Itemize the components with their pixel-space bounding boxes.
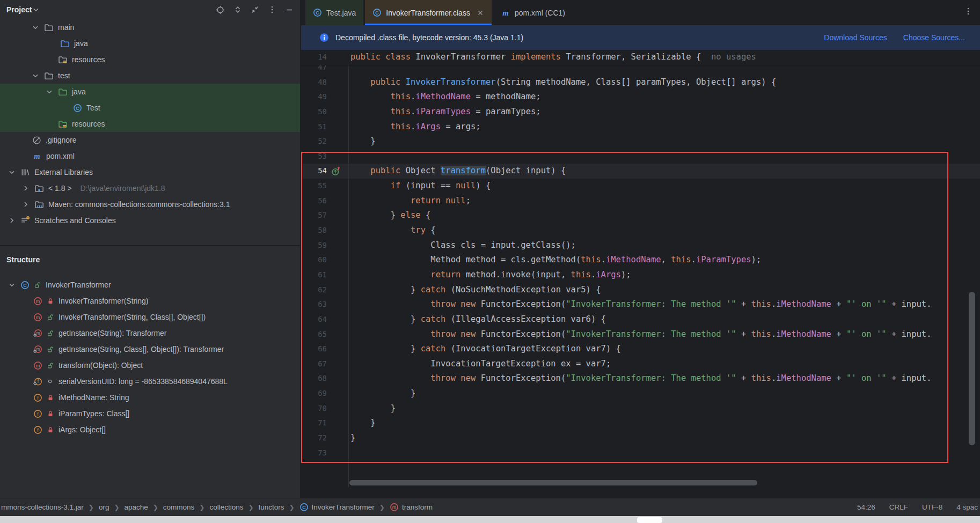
project-item-java[interactable]: java [0, 84, 300, 100]
svg-text:m: m [36, 363, 40, 368]
breadcrumb-label: functors [258, 503, 284, 511]
chevron-down-icon[interactable] [31, 71, 40, 80]
line-number[interactable]: 60 [301, 253, 327, 268]
collapse-diagonal-icon[interactable] [251, 5, 259, 14]
line-number[interactable]: 61 [301, 268, 327, 283]
line-number[interactable]: 54 [301, 164, 327, 179]
vertical-scrollbar[interactable] [969, 292, 975, 445]
project-item-maven-commons-collections-commons-collections-3-1[interactable]: Maven: commons-collections:commons-colle… [0, 196, 300, 212]
project-item-external-libraries[interactable]: External Libraries [0, 164, 300, 180]
project-item-pom-xml[interactable]: mpom.xml [0, 148, 300, 164]
kebab-icon[interactable] [268, 5, 276, 14]
chevron-down-icon[interactable] [8, 168, 16, 176]
tree-item-label: External Libraries [34, 168, 93, 176]
breadcrumb-commons[interactable]: commons [163, 503, 195, 511]
project-item-main[interactable]: main [0, 19, 300, 35]
structure-item-invokertransformer[interactable]: CInvokerTransformer [0, 277, 300, 293]
chevron-right-icon[interactable] [8, 216, 16, 225]
chevron-down-icon[interactable] [31, 23, 40, 32]
breadcrumb-org[interactable]: org [99, 503, 109, 511]
breadcrumb-invokertransformer[interactable]: CInvokerTransformer [299, 503, 375, 512]
project-item-resources[interactable]: resources [0, 116, 300, 132]
horizontal-scrollbar[interactable] [349, 480, 757, 485]
line-number[interactable]: 64 [301, 312, 327, 327]
tab-invokertransformer-class[interactable]: CInvokerTransformer.class [365, 0, 492, 25]
structure-item-invokertransformer-string-class-object[interactable]: mInvokerTransformer(String, Class[], Obj… [0, 309, 300, 325]
structure-item-getinstance-string-class-object-transformer[interactable]: mgetInstance(String, Class[], Object[]):… [0, 341, 300, 357]
expand-updown-icon[interactable] [233, 5, 242, 14]
chevron-right-icon[interactable] [21, 200, 30, 209]
project-item-resources[interactable]: resources [0, 51, 300, 68]
status-indent-style[interactable]: 4 spac [956, 503, 978, 511]
project-item-scratches-and-consoles[interactable]: Scratches and Consoles [0, 212, 300, 229]
status-caret-position[interactable]: 54:26 [857, 503, 875, 511]
line-number[interactable]: 65 [301, 327, 327, 342]
lock-open-icon [47, 313, 54, 321]
code-line-65: 65 throw new FunctorException("InvokerTr… [301, 327, 980, 342]
line-number[interactable]: 69 [301, 386, 327, 401]
breadcrumb-functors[interactable]: functors [258, 503, 284, 511]
code-line-55: 55 if (input == null) { [301, 179, 980, 194]
choose-sources-link[interactable]: Choose Sources... [903, 33, 965, 42]
chevron-down-icon[interactable] [45, 87, 54, 96]
structure-item-iargs-object[interactable]: fiArgs: Object[] [0, 422, 300, 438]
structure-item-iparamtypes-class[interactable]: fiParamTypes: Class[] [0, 406, 300, 422]
structure-panel-header: Structure [0, 246, 300, 277]
line-number[interactable]: 52 [301, 134, 327, 149]
structure-item-imethodname-string[interactable]: fiMethodName: String [0, 389, 300, 406]
project-item-1-8[interactable]: < 1.8 >D:\java\enviroment\jdk1.8 [0, 180, 300, 196]
breadcrumb-mmons-collections-3-1-jar[interactable]: mmons-collections-3.1.jar [1, 503, 84, 511]
line-number[interactable]: 58 [301, 223, 327, 238]
line-number[interactable]: 57 [301, 208, 327, 223]
line-number[interactable]: 59 [301, 238, 327, 253]
line-number[interactable]: 71 [301, 416, 327, 431]
structure-item-serialversionuid-long-8653385846894047688l[interactable]: fserialVersionUID: long = -8653385846894… [0, 373, 300, 389]
chevron-down-icon[interactable] [32, 5, 40, 14]
code-line-71: 71 } [301, 416, 980, 431]
status-file-encoding[interactable]: UTF-8 [922, 503, 942, 511]
close-x-icon[interactable] [477, 9, 484, 17]
svg-text:m: m [36, 330, 40, 335]
line-number[interactable]: 53 [301, 149, 327, 164]
taskbar-button[interactable] [637, 517, 662, 523]
line-number[interactable]: 56 [301, 194, 327, 209]
line-number[interactable]: 68 [301, 371, 327, 386]
minimize-icon[interactable] [285, 5, 294, 14]
line-number[interactable]: 14 [301, 50, 327, 65]
line-number[interactable]: 63 [301, 297, 327, 312]
tab-test-java[interactable]: CTest.java [305, 0, 363, 25]
code-editor[interactable]: 14public class InvokerTransformer implem… [301, 50, 980, 498]
chevron-right-icon[interactable] [21, 184, 30, 193]
line-number[interactable]: 70 [301, 401, 327, 416]
line-number[interactable]: 49 [301, 90, 327, 105]
line-number[interactable]: 72 [301, 431, 327, 446]
svg-text:m: m [36, 314, 40, 320]
svg-text:f: f [37, 411, 39, 416]
line-number[interactable]: 73 [301, 446, 327, 461]
line-number[interactable]: 50 [301, 105, 327, 120]
project-item-gitignore[interactable]: .gitignore [0, 132, 300, 148]
structure-item-transform-object-object[interactable]: mtransform(Object): Object [0, 357, 300, 373]
chevron-down-icon[interactable] [8, 281, 16, 289]
breadcrumb-apache[interactable]: apache [124, 503, 148, 511]
impl-method-icon[interactable] [331, 166, 341, 176]
status-line-separator[interactable]: CRLF [889, 503, 908, 511]
line-number[interactable]: 62 [301, 283, 327, 298]
structure-item-invokertransformer-string[interactable]: mInvokerTransformer(String) [0, 293, 300, 309]
line-number[interactable]: 67 [301, 357, 327, 372]
line-number[interactable]: 48 [301, 75, 327, 90]
line-number[interactable]: 55 [301, 179, 327, 194]
project-item-java[interactable]: java [0, 35, 300, 51]
tab-pom-xml-cc1[interactable]: mpom.xml (CC1) [493, 0, 573, 25]
download-sources-link[interactable]: Download Sources [824, 33, 887, 42]
line-number[interactable]: 66 [301, 342, 327, 357]
project-item-test[interactable]: CTest [0, 100, 300, 116]
breadcrumb-collections[interactable]: collections [209, 503, 243, 511]
code-line-73: 73 [301, 446, 980, 461]
line-number[interactable]: 51 [301, 120, 327, 135]
locate-icon[interactable] [216, 5, 225, 14]
editor-options-kebab-icon[interactable] [964, 7, 972, 16]
structure-item-getinstance-string-transformer[interactable]: mgetInstance(String): Transformer [0, 325, 300, 341]
project-item-test[interactable]: test [0, 68, 300, 84]
breadcrumb-transform[interactable]: mtransform [390, 503, 433, 512]
